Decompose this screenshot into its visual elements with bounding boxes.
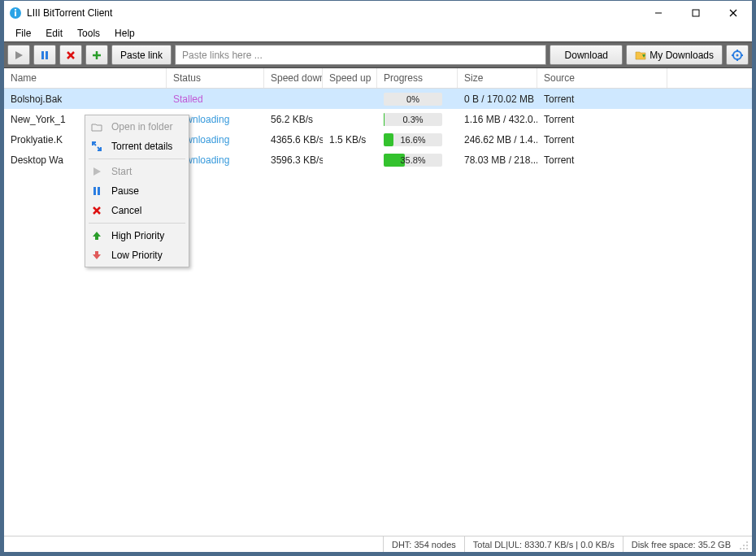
ctx-start-label: Start [111,166,132,177]
titlebar: LIII BitTorrent Client [4,1,752,25]
svg-point-23 [743,545,745,546]
cell-progress: 35.8% [377,154,458,167]
grid-header: Name Status Speed down Speed up Progress… [4,68,752,89]
progress-bar: 0% [384,93,442,106]
ctx-start[interactable]: Start [87,162,187,181]
cell-source: Torrent [537,93,667,105]
svg-rect-31 [98,187,100,195]
download-button[interactable]: Download [550,45,623,65]
menu-edit[interactable]: Edit [39,26,69,41]
progress-bar: 0.3% [384,113,442,126]
cell-speed-up: 1.5 KB/s [323,134,377,146]
svg-marker-29 [93,167,101,176]
svg-point-24 [746,548,748,549]
ctx-torrent-details-label: Torrent details [111,141,172,152]
svg-rect-1 [15,9,16,11]
pause-button[interactable] [33,45,56,65]
minimize-button[interactable] [640,1,677,25]
pause-icon [90,186,103,196]
cell-size: 246.62 MB / 1.4... [458,134,537,146]
window-controls [640,1,752,25]
paste-link-label: Paste link [120,50,163,61]
folder-icon [635,50,646,60]
table-row[interactable]: Bolshoj.BakStalled0%0 B / 170.02 MBTorre… [4,89,752,109]
my-downloads-label: My Downloads [650,50,714,61]
ctx-high-priority-label: High Priority [111,230,164,241]
folder-open-icon [90,122,103,132]
svg-marker-34 [93,232,101,240]
cell-source: Torrent [537,154,667,166]
add-button[interactable] [85,45,108,65]
svg-point-26 [740,548,741,549]
status-disk: Disk free space: 35.2 GB [623,536,739,552]
start-button[interactable] [7,45,30,65]
svg-marker-35 [93,251,101,259]
cell-size: 78.03 MB / 218... [458,154,537,166]
ctx-low-priority[interactable]: Low Priority [87,245,187,265]
cell-speed-down: 56.2 KB/s [264,114,323,125]
ctx-open-in-folder[interactable]: Open in folder [87,117,187,137]
paste-link-button[interactable]: Paste link [111,45,172,65]
ctx-open-in-folder-label: Open in folder [111,121,172,132]
links-placeholder: Paste links here ... [182,50,263,61]
cell-progress: 0.3% [377,113,458,126]
column-size[interactable]: Size [458,68,537,88]
cell-name: Bolshoj.Bak [4,93,167,105]
progress-bar: 35.8% [384,154,442,167]
ctx-cancel[interactable]: Cancel [87,201,187,220]
ctx-high-priority[interactable]: High Priority [87,226,187,245]
ctx-pause[interactable]: Pause [87,181,187,201]
svg-rect-9 [46,51,48,59]
column-status[interactable]: Status [167,68,264,88]
ctx-low-priority-label: Low Priority [111,250,163,261]
close-button[interactable] [715,1,752,25]
cancel-icon [90,206,103,215]
column-progress[interactable]: Progress [377,68,458,88]
my-downloads-button[interactable]: My Downloads [626,45,723,65]
svg-marker-7 [15,51,23,59]
links-input[interactable]: Paste links here ... [175,45,546,65]
resize-grip-icon[interactable] [739,541,749,550]
svg-point-22 [746,545,748,546]
ctx-pause-label: Pause [111,185,139,197]
status-totals: Total DL|UL: 8330.7 KB/s | 0.0 KB/s [464,536,623,552]
maximize-button[interactable] [677,1,715,25]
svg-point-25 [743,548,745,549]
column-speed-down[interactable]: Speed down [264,68,323,88]
app-icon [9,7,22,20]
play-icon [90,167,103,176]
cell-progress: 0% [377,93,458,106]
menu-help[interactable]: Help [108,26,141,41]
svg-rect-2 [15,11,16,16]
window-title: LIII BitTorrent Client [27,7,640,19]
cell-speed-down: 4365.6 KB/s [264,134,323,146]
cell-size: 1.16 MB / 432.0... [458,114,537,125]
cell-size: 0 B / 170.02 MB [458,93,537,105]
cell-status: Stalled [167,93,264,105]
context-menu: Open in folder Torrent details Start Pau… [85,115,189,267]
column-source[interactable]: Source [537,68,667,88]
menu-file[interactable]: File [9,26,37,41]
toolbar: Paste link Paste links here ... Download… [4,41,752,68]
column-name[interactable]: Name [4,68,167,88]
settings-button[interactable] [726,45,749,65]
status-dht: DHT: 354 nodes [383,536,464,552]
column-speed-up[interactable]: Speed up [323,68,377,88]
statusbar: DHT: 354 nodes Total DL|UL: 8330.7 KB/s … [4,536,752,552]
svg-rect-30 [93,187,96,195]
app-window: LIII BitTorrent Client File Edit Tools H… [3,0,753,553]
svg-rect-4 [693,10,699,16]
cell-source: Torrent [537,134,667,146]
cancel-button[interactable] [59,45,82,65]
menu-tools[interactable]: Tools [71,26,106,41]
ctx-separator [89,159,185,159]
menubar: File Edit Tools Help [4,25,752,41]
ctx-separator [89,223,185,224]
svg-point-16 [736,54,739,56]
ctx-torrent-details[interactable]: Torrent details [87,137,187,156]
progress-bar: 16.6% [384,133,442,146]
cell-source: Torrent [537,114,667,125]
arrow-up-icon [90,231,103,241]
arrow-down-icon [90,250,103,260]
cell-progress: 16.6% [377,133,458,146]
